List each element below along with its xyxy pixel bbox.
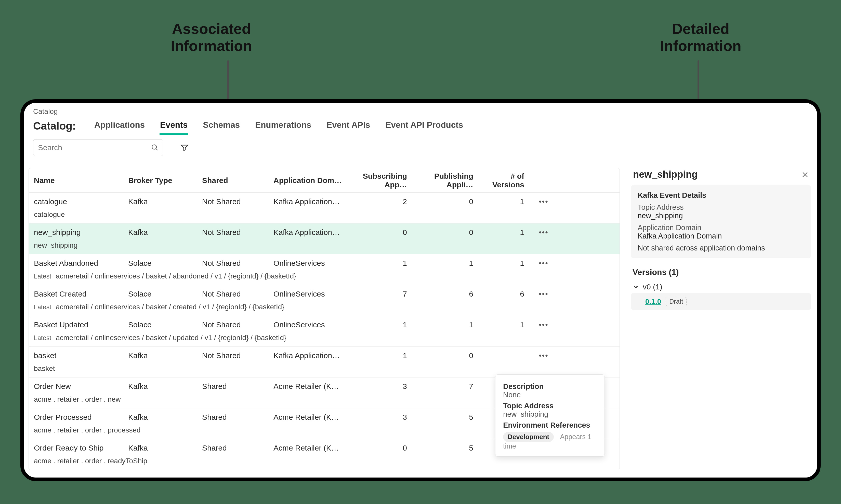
row-cell: 1 [416,259,482,268]
search-box[interactable] [33,139,163,156]
row-menu-button[interactable]: ••• [533,228,554,237]
close-icon[interactable] [801,171,809,178]
row-menu-button[interactable]: ••• [533,321,554,329]
tab-enumerations[interactable]: Enumerations [255,117,312,134]
row-cell: Not Shared [202,290,273,298]
tooltip-label-env: Environment References [503,421,597,429]
table-row[interactable]: Basket UpdatedSolaceNot SharedOnlineServ… [29,316,620,347]
tab-event-api-products[interactable]: Event API Products [385,117,464,134]
row-cell: Solace [128,259,202,268]
tab-applications[interactable]: Applications [94,117,145,134]
row-cell: Not Shared [202,351,273,360]
column-header[interactable]: Publishing Appli… [416,172,482,189]
row-name: new_shipping [34,228,128,237]
row-cell: Shared [202,413,273,421]
table-row[interactable]: basketKafkaNot SharedKafka Application…1… [29,347,620,378]
row-name: Order Ready to Ship [34,444,128,452]
row-cell: 0 [416,351,482,360]
row-cell: 1 [482,228,533,237]
column-header[interactable]: Subscribing App… [350,172,416,189]
tab-schemas[interactable]: Schemas [202,117,240,134]
row-cell: 2 [350,197,416,206]
detail-label-topic: Topic Address [638,203,804,212]
row-name: basket [34,351,128,360]
version-group-toggle[interactable]: v0 (1) [631,281,811,293]
row-cell: Shared [202,382,273,391]
row-cell: 0 [416,197,482,206]
row-cell: Kafka [128,351,202,360]
row-menu-button[interactable]: ••• [533,197,554,206]
tooltip-value-topic: new_shipping [503,410,597,418]
row-name: Basket Abandoned [34,259,128,268]
row-cell: Solace [128,290,202,298]
column-header[interactable]: # of Versions [482,172,533,189]
detail-value-domain: Kafka Application Domain [638,232,804,240]
row-cell: OnlineServices [273,290,350,298]
row-name: Basket Created [34,290,128,298]
page-title: Catalog: [33,120,76,132]
row-cell: 6 [416,290,482,298]
row-cell: 0 [350,228,416,237]
tooltip-value-description: None [503,391,597,399]
latest-pill: Latest [34,273,51,280]
filter-button[interactable] [178,142,191,154]
table-row[interactable]: Basket AbandonedSolaceNot SharedOnlineSe… [29,254,620,285]
detail-share-note: Not shared across application domains [638,244,804,252]
row-subline: catalogue [34,211,65,219]
detail-panel: new_shipping Kafka Event Details Topic A… [631,168,811,478]
row-cell: Solace [128,321,202,329]
table-row[interactable]: catalogueKafkaNot SharedKafka Applicatio… [29,193,620,223]
version-status-chip: Draft [666,297,687,306]
row-name: Order Processed [34,413,128,421]
row-name: Basket Updated [34,321,128,329]
svg-line-1 [156,149,157,150]
row-menu-button[interactable]: ••• [533,259,554,268]
row-cell: Not Shared [202,259,273,268]
row-menu-button[interactable]: ••• [533,290,554,298]
row-cell: Kafka [128,197,202,206]
column-header[interactable]: Broker Type [128,176,202,185]
version-link[interactable]: 0.1.0 [645,298,661,306]
row-cell: Kafka [128,413,202,421]
row-cell: OnlineServices [273,259,350,268]
row-cell: Kafka [128,228,202,237]
row-subline: acmeretail / onlineservices / basket / u… [56,334,286,342]
callout-detailed-label: Detailed Information [660,20,741,54]
row-cell: Kafka Application… [273,351,350,360]
row-cell: Not Shared [202,197,273,206]
row-cell: Acme Retailer (K… [273,444,350,452]
row-cell: Not Shared [202,228,273,237]
table-row[interactable]: new_shippingKafkaNot SharedKafka Applica… [29,223,620,254]
row-menu-button[interactable]: ••• [533,351,554,360]
table-row[interactable]: Basket CreatedSolaceNot SharedOnlineServ… [29,285,620,316]
detail-heading: Kafka Event Details [638,191,804,200]
row-cell: Acme Retailer (K… [273,413,350,421]
row-cell: 3 [350,413,416,421]
column-header[interactable]: Name [34,176,128,185]
detail-label-domain: Application Domain [638,223,804,232]
row-subline: acmeretail / onlineservices / basket / a… [56,272,296,280]
row-cell: 5 [416,413,482,421]
row-name: Order New [34,382,128,391]
tab-events[interactable]: Events [159,117,188,134]
row-cell: Kafka [128,444,202,452]
events-table: NameBroker TypeSharedApplication Dom…Sub… [29,168,620,470]
column-header[interactable]: Application Dom… [273,176,350,185]
row-cell: 1 [350,321,416,329]
tooltip-env-chip: Development [503,432,554,442]
tab-event-apis[interactable]: Event APIs [326,117,371,134]
tooltip-label-description: Description [503,382,597,391]
row-cell: 1 [482,321,533,329]
detail-title: new_shipping [633,169,698,180]
versions-heading: Versions (1) [633,268,809,277]
row-cell: 6 [482,290,533,298]
row-cell: Shared [202,444,273,452]
search-input[interactable] [37,143,151,152]
detail-value-topic: new_shipping [638,212,804,220]
search-icon [151,144,159,151]
version-item[interactable]: 0.1.0 Draft [631,293,811,310]
app-window: Catalog Catalog: ApplicationsEventsSchem… [20,99,821,481]
row-cell: 1 [482,259,533,268]
row-subline: acme . retailer . order . processed [34,426,141,434]
column-header[interactable]: Shared [202,176,273,185]
